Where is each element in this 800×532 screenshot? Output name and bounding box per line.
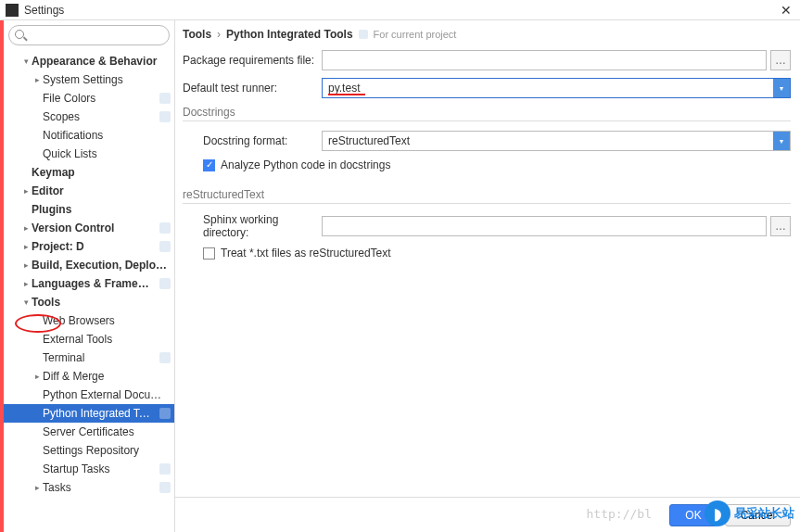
settings-tree: ▾Appearance & Behavior▸System SettingsFi… <box>4 50 174 532</box>
sidebar-item-label: Editor <box>32 184 171 197</box>
sidebar-item-appearance-behavior[interactable]: ▾Appearance & Behavior <box>4 52 174 70</box>
chevron-down-icon[interactable]: ▾ <box>773 132 790 150</box>
project-badge-icon <box>159 278 171 289</box>
analyze-label: Analyze Python code in docstrings <box>221 158 390 171</box>
chevron-icon: ▸ <box>20 242 32 251</box>
sidebar-item-label: Plugins <box>32 203 171 216</box>
analyze-checkbox[interactable]: ✓ <box>203 159 215 171</box>
treat-txt-label: Treat *.txt files as reStructuredText <box>221 247 391 260</box>
sidebar-item-server-certificates[interactable]: Server Certificates <box>4 423 174 441</box>
chevron-icon: ▸ <box>20 279 32 288</box>
sidebar-item-version-control[interactable]: ▸Version Control <box>4 219 174 237</box>
sidebar-item-label: Diff & Merge <box>43 370 171 383</box>
chevron-icon: ▸ <box>20 223 32 233</box>
chevron-icon: ▾ <box>20 298 32 307</box>
sidebar-item-diff-merge[interactable]: ▸Diff & Merge <box>4 367 174 386</box>
treat-txt-checkbox[interactable] <box>203 247 215 260</box>
sidebar-item-project-d[interactable]: ▸Project: D <box>4 237 174 256</box>
docstring-format-select[interactable]: reStructuredText ▾ <box>322 131 791 151</box>
sidebar-item-label: Quick Lists <box>43 147 171 160</box>
sidebar-item-label: Languages & Frameworks <box>32 277 156 290</box>
sidebar-item-external-tools[interactable]: External Tools <box>4 330 174 348</box>
sidebar-item-label: Web Browsers <box>43 314 171 327</box>
rst-section: reStructuredText <box>183 188 791 204</box>
sidebar-item-tools[interactable]: ▾Tools <box>4 293 174 311</box>
sidebar-item-label: System Settings <box>43 73 171 86</box>
sidebar-item-python-integrated-tools[interactable]: Python Integrated Tools <box>4 404 174 423</box>
sidebar-item-web-browsers[interactable]: Web Browsers <box>4 311 174 330</box>
sidebar-item-label: Appearance & Behavior <box>32 55 171 68</box>
sidebar-item-tasks[interactable]: ▸Tasks <box>4 478 174 497</box>
chevron-icon: ▸ <box>20 186 32 196</box>
docstrings-section: Docstrings <box>183 106 791 121</box>
search-icon <box>15 30 24 39</box>
project-badge-icon <box>159 408 171 419</box>
left-accent-bar <box>0 20 4 532</box>
project-badge-icon <box>159 93 171 104</box>
sphinx-dir-input[interactable] <box>322 216 767 236</box>
sidebar-item-label: Python Integrated Tools <box>43 407 156 420</box>
sidebar-item-label: File Colors <box>43 92 156 105</box>
watermark-logo: ◗ 易采站长站 <box>705 500 794 526</box>
sidebar-item-label: Startup Tasks <box>43 462 156 475</box>
breadcrumb-tools: Tools <box>183 28 211 41</box>
sidebar-item-keymap[interactable]: Keymap <box>4 163 174 182</box>
sidebar-item-label: Build, Execution, Deployment <box>32 259 171 272</box>
titlebar: Settings ✕ <box>0 0 800 20</box>
sidebar-item-system-settings[interactable]: ▸System Settings <box>4 70 174 89</box>
sidebar-item-settings-repository[interactable]: Settings Repository <box>4 441 174 460</box>
pkg-req-input[interactable] <box>322 50 767 70</box>
watermark-url: http://bl <box>587 507 652 521</box>
main-panel: Tools › Python Integrated Tools For curr… <box>175 20 800 532</box>
sidebar-item-label: Keymap <box>32 166 171 179</box>
sidebar-item-label: Tools <box>32 296 171 309</box>
test-runner-label: Default test runner: <box>183 82 322 95</box>
sidebar-item-label: Tasks <box>43 481 156 494</box>
project-badge-icon <box>159 352 171 363</box>
sidebar-item-scopes[interactable]: Scopes <box>4 108 174 126</box>
sphinx-dir-browse-button[interactable]: … <box>770 216 791 236</box>
sidebar-item-label: Project: D <box>32 240 156 253</box>
test-runner-select[interactable]: py.test ▾ <box>322 78 791 98</box>
breadcrumb: Tools › Python Integrated Tools For curr… <box>183 28 791 41</box>
sidebar-item-editor[interactable]: ▸Editor <box>4 182 174 200</box>
sidebar-item-build-execution-deployment[interactable]: ▸Build, Execution, Deployment <box>4 256 174 274</box>
sidebar-item-languages-frameworks[interactable]: ▸Languages & Frameworks <box>4 274 174 293</box>
for-current-project: For current project <box>374 29 457 40</box>
sidebar-item-label: Terminal <box>43 351 156 364</box>
sidebar-item-terminal[interactable]: Terminal <box>4 348 174 367</box>
app-icon <box>6 4 19 17</box>
sidebar: ▾Appearance & Behavior▸System SettingsFi… <box>4 20 175 532</box>
project-badge-icon <box>159 241 171 252</box>
chevron-down-icon[interactable]: ▾ <box>773 79 790 97</box>
sidebar-item-quick-lists[interactable]: Quick Lists <box>4 145 174 163</box>
project-badge-icon <box>359 30 368 39</box>
watermark-icon: ◗ <box>705 500 730 526</box>
window-title: Settings <box>24 4 64 17</box>
sidebar-item-label: Version Control <box>32 222 156 234</box>
sphinx-dir-label: Sphinx working directory: <box>183 213 322 239</box>
project-badge-icon <box>159 482 171 493</box>
breadcrumb-sep: › <box>217 28 221 41</box>
test-runner-value: py.test <box>328 82 360 95</box>
sidebar-item-label: Server Certificates <box>43 425 171 438</box>
sidebar-item-label: Scopes <box>43 110 156 123</box>
close-icon[interactable]: ✕ <box>778 3 794 18</box>
search-input[interactable] <box>8 25 170 45</box>
pkg-req-label: Package requirements file: <box>183 54 322 67</box>
sidebar-item-python-external-documentatic[interactable]: Python External Documentatic <box>4 386 174 404</box>
sidebar-item-label: Settings Repository <box>43 444 171 457</box>
chevron-icon: ▸ <box>32 75 43 84</box>
sidebar-item-notifications[interactable]: Notifications <box>4 126 174 145</box>
sidebar-item-startup-tasks[interactable]: Startup Tasks <box>4 460 174 478</box>
sidebar-item-label: External Tools <box>43 333 171 346</box>
chevron-icon: ▾ <box>20 57 32 66</box>
chevron-icon: ▸ <box>20 260 32 270</box>
chevron-icon: ▸ <box>32 483 43 492</box>
sidebar-item-label: Notifications <box>43 129 171 142</box>
red-underline-mark <box>328 94 365 95</box>
breadcrumb-page: Python Integrated Tools <box>226 28 352 41</box>
sidebar-item-file-colors[interactable]: File Colors <box>4 89 174 108</box>
sidebar-item-plugins[interactable]: Plugins <box>4 200 174 219</box>
pkg-req-browse-button[interactable]: … <box>770 50 791 70</box>
